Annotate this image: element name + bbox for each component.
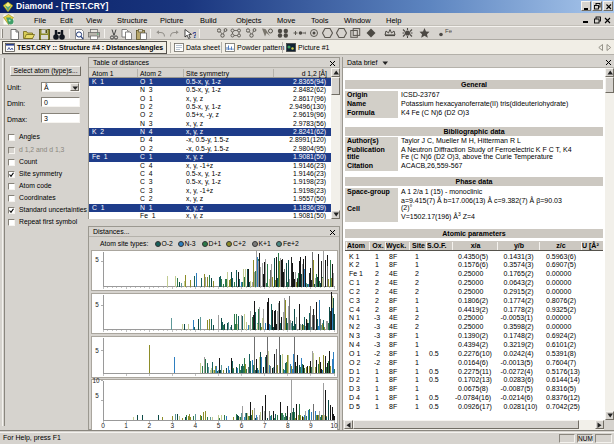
svg-text:?: ?	[192, 30, 196, 40]
svg-text:2: 2	[147, 422, 151, 429]
svg-text:10: 10	[330, 422, 338, 429]
svg-text:5: 5	[217, 422, 221, 429]
svg-text:7: 7	[263, 422, 267, 429]
svg-text:5: 5	[95, 347, 99, 354]
svg-text:5: 5	[95, 256, 99, 263]
svg-text:3: 3	[170, 422, 174, 429]
svg-text:0: 0	[101, 422, 105, 429]
svg-text:5: 5	[95, 392, 99, 399]
svg-text:6: 6	[240, 422, 244, 429]
svg-text:Fe: Fe	[445, 28, 452, 34]
svg-text:4: 4	[194, 422, 198, 429]
svg-text:8: 8	[286, 422, 290, 429]
svg-text:1: 1	[124, 422, 128, 429]
svg-text:10: 10	[92, 377, 100, 384]
svg-text:9: 9	[309, 422, 313, 429]
svg-text:5: 5	[95, 301, 99, 308]
